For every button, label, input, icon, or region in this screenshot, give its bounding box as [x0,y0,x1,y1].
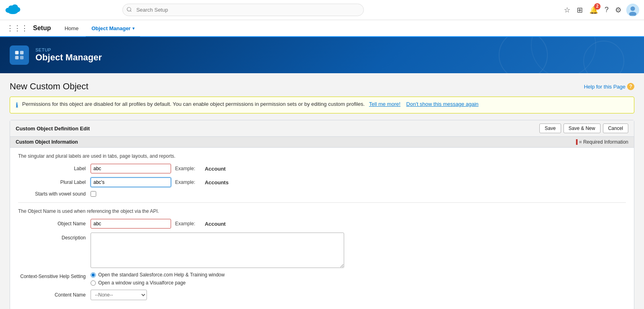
help-option-2-text: Open a window using a Visualforce page [98,280,186,286]
search-icon [126,6,132,13]
card-header: Custom Object Definition Edit Save Save … [10,120,634,137]
top-nav-right: ☆ ⊞ 🔔 2 ? ⚙ [562,4,639,16]
plural-example-prefix: Example: [175,179,195,185]
svg-rect-11 [15,56,19,60]
search-container [122,4,364,16]
object-name-example-prefix: Example: [175,221,195,227]
grid-icon: ⋮⋮⋮ [6,24,28,33]
svg-rect-10 [20,51,24,55]
svg-point-8 [629,12,636,16]
app-title: Setup [33,25,51,32]
help-icon: ? [627,83,634,90]
content-name-select[interactable]: --None-- [91,290,147,300]
help-option-1-label[interactable]: Open the standard Salesforce.com Help & … [91,272,225,278]
label-example-value: Account [205,166,226,172]
description-label: Description [18,233,91,241]
vowel-sound-label: Starts with vowel sound [18,191,91,197]
description-field-wrap [91,233,344,268]
nav-item-home[interactable]: Home [59,20,84,37]
header-sub-label: SETUP [35,47,102,52]
inner-section-header: Custom Object Information = Required Inf… [10,137,634,148]
search-input[interactable] [122,4,364,16]
object-name-example-value: Account [205,221,226,227]
header-band: SETUP Object Manager [0,37,644,73]
definition-card: Custom Object Definition Edit Save Save … [10,120,634,309]
description-row: Description [18,233,626,268]
object-name-label: Object Name [18,221,91,227]
help-link[interactable]: Help for this Page ? [584,83,634,90]
page-title: New Custom Object [10,81,89,92]
plural-label-field-wrap: Example: Accounts [91,177,229,187]
content-name-row: Content Name --None-- [18,290,626,300]
main-content: New Custom Object Help for this Page ? ℹ… [0,73,644,309]
button-group: Save Save & New Cancel [539,124,628,133]
favorites-button[interactable]: ☆ [562,4,572,16]
vowel-sound-row: Starts with vowel sound [18,191,626,197]
help-button[interactable]: ? [603,4,610,16]
object-name-field-wrap: Example: Account [91,219,226,229]
save-button[interactable]: Save [539,124,561,133]
page-title-row: New Custom Object Help for this Page ? [10,81,634,92]
avatar[interactable] [626,4,639,16]
header-main-label: Object Manager [35,52,102,63]
info-banner: ℹ Permissions for this object are disabl… [10,97,634,113]
svg-line-6 [130,10,131,12]
label-field-label: Label [18,166,91,171]
info-icon: ℹ [16,101,18,109]
svg-rect-9 [15,51,19,55]
help-option-1-radio[interactable] [91,272,96,278]
tell-me-more-link[interactable]: Tell me more! [369,101,400,107]
form-hint: The singular and plural labels are used … [18,153,626,159]
help-option-2-label[interactable]: Open a window using a Visualforce page [91,280,225,286]
svg-point-5 [127,7,130,11]
chevron-down-icon: ▾ [132,26,134,31]
notifications-bell[interactable]: 🔔 2 [588,4,600,16]
cancel-button[interactable]: Cancel [603,124,628,133]
secondary-navigation: ⋮⋮⋮ Setup Home Object Manager ▾ [0,20,644,37]
salesforce-logo[interactable] [5,1,21,19]
save-new-button[interactable]: Save & New [564,124,601,133]
svg-point-7 [630,6,635,10]
content-name-field-wrap: --None-- [91,290,147,300]
plural-label-input[interactable] [91,177,171,187]
help-option-2-radio[interactable] [91,280,96,286]
label-row: Label Example: Account [18,164,626,173]
help-setting-label: Context-Sensitive Help Setting [18,272,91,279]
api-hint: The Object Name is used when referencing… [18,208,626,214]
svg-point-4 [8,9,18,14]
object-name-row: Object Name Example: Account [18,219,626,229]
help-setting-radio-group: Open the standard Salesforce.com Help & … [91,272,225,286]
plural-label-field-label: Plural Label [18,179,91,185]
vowel-checkbox-wrap [91,191,96,197]
help-option-1-text: Open the standard Salesforce.com Help & … [98,272,225,278]
required-note: = Required Information [576,139,628,145]
card-header-title: Custom Object Definition Edit [16,126,90,132]
dont-show-link[interactable]: Don't show this message again [406,101,479,107]
plural-example-value: Accounts [205,179,229,185]
svg-rect-12 [20,56,24,60]
help-link-text: Help for this Page [584,84,625,90]
setup-button[interactable]: ⊞ [575,4,584,16]
header-text: SETUP Object Manager [35,47,102,63]
label-example-prefix: Example: [175,166,195,171]
nav-item-object-manager[interactable]: Object Manager ▾ [86,20,140,37]
form-divider [18,202,626,203]
object-name-input[interactable] [91,219,171,229]
vowel-sound-checkbox[interactable] [91,191,96,197]
label-input[interactable] [91,164,171,173]
label-field-wrap: Example: Account [91,164,226,173]
settings-button[interactable]: ⚙ [613,4,623,16]
info-banner-text: Permissions for this object are disabled… [22,101,365,107]
help-setting-row: Context-Sensitive Help Setting Open the … [18,272,626,286]
top-navigation: ☆ ⊞ 🔔 2 ? ⚙ [0,0,644,20]
form-body: The singular and plural labels are used … [10,148,634,309]
description-textarea[interactable] [91,233,344,268]
notification-badge: 2 [594,3,601,10]
plural-label-row: Plural Label Example: Accounts [18,177,626,187]
object-manager-icon [10,45,29,65]
required-bar-icon [576,139,578,145]
custom-object-section-title: Custom Object Information [16,139,78,145]
content-name-label: Content Name [18,292,91,298]
